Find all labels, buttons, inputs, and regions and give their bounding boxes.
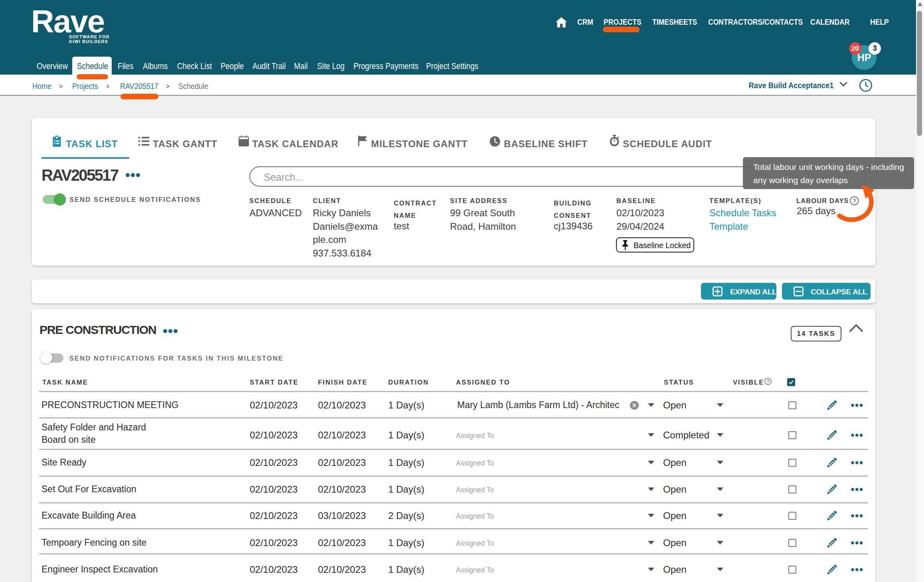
svg-text:?: ? xyxy=(767,379,770,384)
